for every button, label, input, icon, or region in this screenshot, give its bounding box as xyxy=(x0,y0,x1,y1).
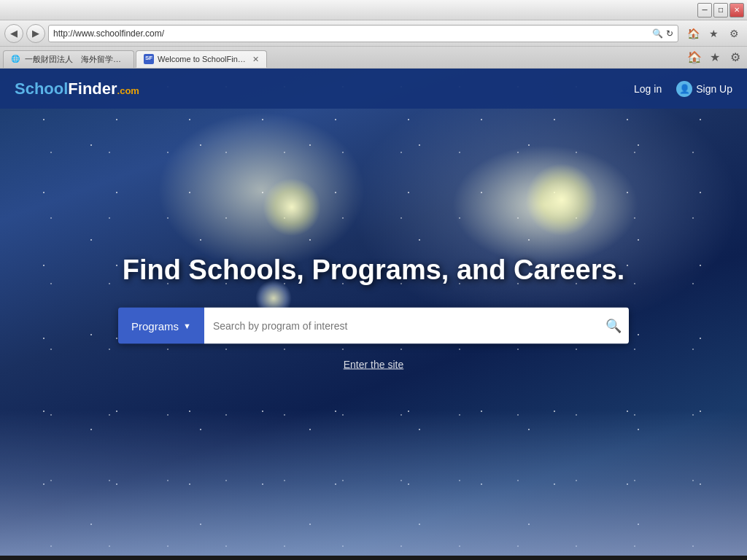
close-button[interactable]: ✕ xyxy=(729,3,744,18)
tab-favicon-2: SF xyxy=(144,54,154,64)
favorites-icon[interactable]: ★ xyxy=(706,48,724,66)
forward-button[interactable]: ▶ xyxy=(26,24,45,43)
hero-content: Find Schools, Programs, and Careers. Pro… xyxy=(118,254,629,370)
programs-label: Programs xyxy=(131,319,179,332)
address-bar[interactable]: http://www.schoolfinder.com/ 🔍 ↻ xyxy=(48,25,678,42)
search-icon: 🔍 xyxy=(605,318,622,334)
home-icon[interactable]: 🏠 xyxy=(684,25,702,42)
title-bar: ─ □ ✕ xyxy=(0,0,747,20)
tabs-bar: 🌐 一般財団法人 海外留学推進... SF Welcome to SchoolF… xyxy=(0,47,747,69)
address-text: http://www.schoolfinder.com/ xyxy=(53,28,649,39)
search-input[interactable] xyxy=(213,320,589,332)
tab-schoolfinder[interactable]: SF Welcome to SchoolFinde... ✕ xyxy=(136,50,267,68)
minimize-button[interactable]: ─ xyxy=(697,3,712,18)
search-input-wrapper xyxy=(204,308,598,344)
logo-school: School xyxy=(15,79,68,98)
signup-button[interactable]: 👤 Sign Up xyxy=(676,81,732,97)
search-container: Programs ▼ 🔍 xyxy=(118,308,629,344)
lamp-glow-left xyxy=(263,178,321,236)
window-controls: ─ □ ✕ xyxy=(697,3,744,18)
dropdown-arrow-icon: ▼ xyxy=(183,322,191,330)
tab-label-1: 一般財団法人 海外留学推進... xyxy=(25,54,126,65)
nav-bar: ◀ ▶ http://www.schoolfinder.com/ 🔍 ↻ 🏠 ★… xyxy=(0,20,747,47)
logo-finder: Finder xyxy=(68,79,117,98)
tab-close-button[interactable]: ✕ xyxy=(252,55,259,64)
website-content: School Finder .com Log in 👤 Sign Up Find… xyxy=(0,69,747,556)
maximize-button[interactable]: □ xyxy=(713,3,728,18)
ground-snow xyxy=(0,410,747,556)
site-logo[interactable]: School Finder .com xyxy=(15,79,139,98)
tab-chinese-site[interactable]: 🌐 一般財団法人 海外留学推進... xyxy=(3,50,134,68)
enter-site-link[interactable]: Enter the site xyxy=(118,359,629,370)
login-link[interactable]: Log in xyxy=(634,83,662,95)
menu-icon[interactable]: ⚙ xyxy=(727,48,744,66)
programs-dropdown-button[interactable]: Programs ▼ xyxy=(118,308,204,344)
home-toolbar-icon[interactable]: 🏠 xyxy=(686,48,703,66)
site-header: School Finder .com Log in 👤 Sign Up xyxy=(0,69,747,109)
logo-com: .com xyxy=(117,85,139,96)
search-icon: 🔍 xyxy=(652,28,663,39)
user-icon: 👤 xyxy=(676,81,692,97)
tab-favicon-1: 🌐 xyxy=(11,55,21,65)
search-submit-button[interactable]: 🔍 xyxy=(598,308,629,344)
bookmark-icon[interactable]: ★ xyxy=(705,25,722,42)
refresh-icon[interactable]: ↻ xyxy=(666,28,673,39)
header-nav: Log in 👤 Sign Up xyxy=(634,81,732,97)
signup-label: Sign Up xyxy=(696,83,732,95)
lamp-glow-right xyxy=(525,163,598,236)
back-button[interactable]: ◀ xyxy=(4,24,23,43)
hero-title: Find Schools, Programs, and Careers. xyxy=(118,254,629,286)
tab-label-2: Welcome to SchoolFinde... xyxy=(158,55,246,63)
settings-icon[interactable]: ⚙ xyxy=(725,25,743,42)
browser-window: ─ □ ✕ ◀ ▶ http://www.schoolfinder.com/ 🔍… xyxy=(0,0,747,556)
